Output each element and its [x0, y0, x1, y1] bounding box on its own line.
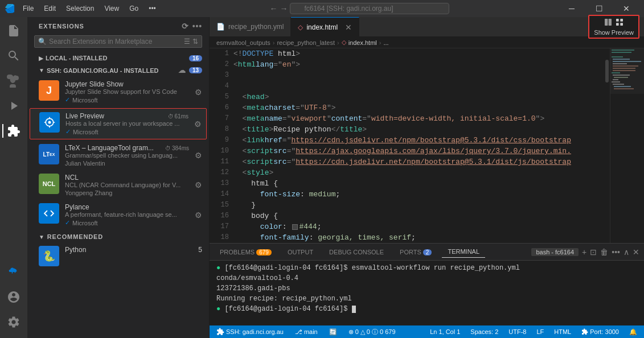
terminal-tab-problems[interactable]: PROBLEMS 679 [214, 246, 277, 258]
breadcrumb-indexhtml[interactable]: index.html [348, 39, 377, 46]
menu-more[interactable]: ••• [144, 3, 161, 14]
tab-recipe-yml[interactable]: 📄 recipe_python.yml [210, 17, 291, 36]
activity-bar [0, 17, 27, 338]
status-spaces[interactable]: Spaces: 2 [468, 325, 501, 338]
activity-remote[interactable] [2, 261, 25, 283]
status-sync[interactable]: 🔄 [327, 325, 339, 338]
terminal-trash-icon[interactable]: 🗑 [600, 248, 608, 257]
nav-back-button[interactable]: ← [269, 4, 277, 13]
activity-extensions[interactable] [2, 119, 25, 142]
editor-scrollbar[interactable] [604, 48, 610, 243]
live-preview-gear-icon[interactable]: ⚙ [194, 119, 202, 129]
ltex-item[interactable]: LTEX LTeX – LanguageTool gram... ⏱ 384ms… [27, 141, 209, 170]
terminal-close-icon[interactable]: ✕ [633, 248, 639, 257]
status-port[interactable]: Port: 3000 [579, 325, 621, 338]
status-eol[interactable]: LF [534, 325, 546, 338]
breadcrumb-more[interactable]: ... [383, 39, 388, 46]
tab-index-html[interactable]: ◇ index.html ✕ [291, 17, 359, 36]
activity-settings[interactable] [2, 311, 25, 333]
menu-selection[interactable]: Selection [61, 3, 99, 14]
status-language[interactable]: HTML [552, 325, 573, 338]
tab-close-icon[interactable]: ✕ [345, 23, 352, 32]
ssh-installed-header[interactable]: ▼ SSH: GADI.NCI.ORG.AU - INSTALLED ☁ 13 [27, 64, 209, 77]
live-preview-item[interactable]: Live Preview ⏱ 61ms Hosts a local server… [30, 108, 207, 139]
jupyter-slideshow-info: Jupyter Slide Show Jupyter Slide Show su… [65, 80, 189, 104]
ncl-gear-icon[interactable]: ⚙ [195, 180, 202, 189]
status-branch[interactable]: ⎇ main [293, 325, 320, 338]
status-bar: SSH: gadi.nci.org.au ⎇ main 🔄 ⊗ 0 △ 0 ⓘ … [210, 325, 644, 338]
code-line-5: <head> [233, 92, 604, 102]
terminal-tab-terminal[interactable]: TERMINAL [442, 246, 485, 258]
jupyter-slideshow-name: Jupyter Slide Show [65, 80, 189, 88]
preview-icons [604, 18, 624, 27]
activity-run-debug[interactable] [2, 94, 25, 117]
sort-icon[interactable]: ⇅ [192, 38, 198, 46]
window-minimize-button[interactable]: ─ [559, 0, 585, 17]
status-encoding[interactable]: UTF-8 [506, 325, 528, 338]
menu-edit[interactable]: Edit [39, 3, 60, 14]
breadcrumb-outputs[interactable]: esmvaltool_outputs [216, 39, 270, 46]
status-position[interactable]: Ln 1, Col 1 [428, 325, 462, 338]
sync-status-icon: 🔄 [329, 328, 337, 336]
terminal-actions: bash - fc6164 + ⊡ 🗑 ••• ∧ ✕ [531, 248, 639, 257]
live-preview-name: Live Preview [65, 112, 104, 120]
activity-bottom [2, 261, 25, 338]
activity-account[interactable] [2, 286, 25, 308]
extensions-search-input[interactable] [49, 38, 182, 46]
pylance-author-name: Microsoft [72, 220, 98, 226]
refresh-icon[interactable]: ⟳ [182, 22, 189, 31]
menu-file[interactable]: File [18, 3, 38, 14]
recommended-chevron-icon: ▼ [39, 234, 45, 240]
jupyter-slideshow-item[interactable]: J Jupyter Slide Show Jupyter Slide Show … [27, 77, 209, 107]
pylance-item[interactable]: Pylance A performant, feature-rich langu… [27, 200, 209, 230]
terminal-tab-debug[interactable]: DEBUG CONSOLE [323, 246, 389, 258]
jupyter-slideshow-gear-icon[interactable]: ⚙ [195, 88, 202, 97]
terminal-tab-ports[interactable]: PORTS 2 [394, 246, 437, 258]
local-installed-header[interactable]: ▶ LOCAL - INSTALLED 16 [27, 52, 209, 64]
pylance-author: ✓ Microsoft [65, 219, 189, 226]
svg-rect-25 [610, 48, 644, 94]
terminal-tab-output[interactable]: OUTPUT [282, 246, 319, 258]
filter-icon[interactable]: ☰ [184, 38, 190, 46]
yml-file-icon: 📄 [216, 23, 225, 31]
local-installed-label: ▶ LOCAL - INSTALLED [39, 55, 107, 61]
minimap-svg [610, 48, 644, 219]
side-by-side-icon [604, 18, 613, 27]
ltex-author-name: Julian Valentin [65, 160, 105, 167]
status-remote[interactable]: SSH: gadi.nci.org.au [214, 325, 286, 338]
python-name: Python [65, 246, 192, 254]
ltex-gear-icon[interactable]: ⚙ [195, 151, 202, 160]
status-errors[interactable]: ⊗ 0 △ 0 ⓘ 0 679 [346, 325, 398, 338]
svg-rect-3 [616, 19, 619, 22]
terminal-chevron-up-icon[interactable]: ∧ [624, 248, 629, 257]
code-line-6: <meta charset="UTF-8"> [233, 102, 604, 113]
preview-grid-icon [615, 18, 624, 27]
nav-forward-button[interactable]: → [280, 4, 288, 13]
activity-search[interactable] [2, 44, 25, 67]
status-notifications[interactable]: 🔔 [627, 325, 639, 338]
activity-explorer[interactable] [2, 19, 25, 42]
python-item[interactable]: 🐍 Python 5 [27, 242, 209, 270]
pylance-icon [39, 203, 59, 224]
terminal-content[interactable]: ● [fc6164@gadi-login-04 fc6164]$ esmvalt… [210, 261, 644, 325]
status-warnings-text: 0 [367, 328, 370, 335]
code-content[interactable]: <!DOCTYPE html> <html lang="en"> <head> … [233, 48, 604, 243]
show-preview-box[interactable]: Show Preview [588, 15, 639, 39]
title-search-input[interactable] [290, 3, 449, 14]
activity-source-control[interactable] [2, 69, 25, 92]
terminal-add-icon[interactable]: + [582, 248, 586, 257]
live-preview-badge-text: 61ms [175, 113, 188, 119]
tab-bar: 📄 recipe_python.yml ◇ index.html ✕ [210, 17, 644, 37]
pylance-gear-icon[interactable]: ⚙ [195, 211, 202, 220]
python-icon: 🐍 [39, 246, 59, 266]
pylance-ms-verified-icon: ✓ [65, 219, 70, 226]
menu-view[interactable]: View [100, 3, 124, 14]
breadcrumb-latest[interactable]: recipe_python_latest [277, 39, 335, 46]
ncl-item[interactable]: NCL NCL NCL (NCAR Command Language) for … [27, 170, 209, 200]
ncl-name: NCL [65, 174, 189, 182]
more-actions-icon[interactable]: ••• [192, 22, 202, 31]
menu-go[interactable]: Go [125, 3, 143, 14]
ssh-installed-badge: 13 [189, 67, 202, 73]
terminal-split-icon[interactable]: ⊡ [590, 248, 597, 257]
terminal-more-icon[interactable]: ••• [612, 248, 620, 257]
